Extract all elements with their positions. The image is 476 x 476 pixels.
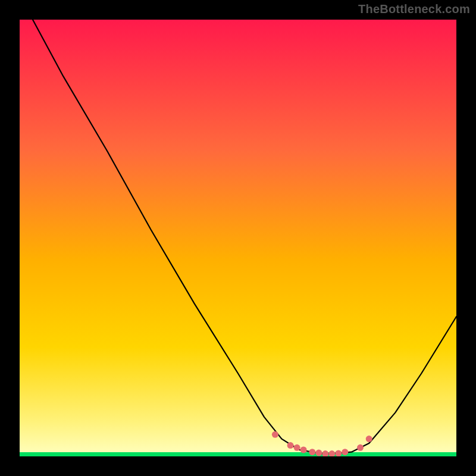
marker-point [342,449,348,455]
gradient-background [20,20,456,456]
marker-point [335,450,342,456]
marker-point [272,431,278,438]
marker-point [366,436,372,442]
marker-point [300,447,307,453]
chart-frame: TheBottleneck.com [0,0,476,476]
marker-point [309,449,315,455]
marker-point [357,444,364,451]
chart-svg [20,20,456,456]
plot-area [20,20,456,456]
marker-point [287,442,294,449]
green-band [20,452,456,456]
watermark-text: TheBottleneck.com [358,2,470,16]
marker-point [315,450,322,456]
marker-point [294,444,300,451]
